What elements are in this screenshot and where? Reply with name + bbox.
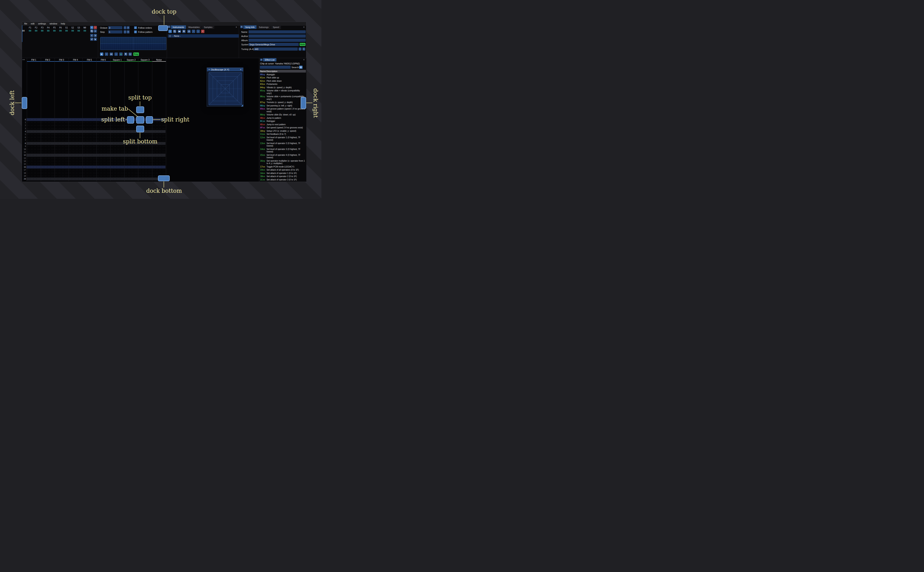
pattern-cell[interactable]: ··· ·· ·· ··· bbox=[110, 154, 124, 156]
pattern-cell[interactable]: ··· ·· ·· ··· bbox=[152, 124, 166, 126]
orders-value[interactable]: 00 bbox=[57, 30, 63, 33]
system-auto-button[interactable]: Auto bbox=[300, 43, 305, 46]
pattern-cell[interactable]: ··· ·· ·· ··· bbox=[110, 127, 124, 130]
pattern-cell[interactable]: ··· ·· ·· ··· bbox=[110, 142, 124, 145]
tab-instruments[interactable]: Instruments bbox=[171, 25, 186, 29]
orders-value[interactable]: 00 bbox=[27, 30, 33, 33]
pattern-cell[interactable]: ··· ·· ·· ··· bbox=[26, 121, 41, 124]
pattern-cell[interactable]: ··· ·· ·· ··· bbox=[68, 139, 82, 141]
pattern-cell[interactable]: ··· ·· ·· ··· bbox=[82, 169, 96, 171]
pattern-cell[interactable]: ··· ·· ·· ··· bbox=[54, 121, 68, 124]
pattern-cell[interactable]: ··· ·· ·· ··· bbox=[82, 172, 96, 174]
pattern-cell[interactable]: ··· ·· ·· ··· bbox=[41, 124, 55, 126]
pattern-cell[interactable]: ··· ·· ·· ··· bbox=[41, 131, 55, 132]
channel-header-fm-1[interactable]: FM 1 bbox=[27, 59, 41, 61]
effect-list-tab-list-button[interactable]: ▼ bbox=[260, 59, 263, 61]
order-swap-button[interactable]: ⇄ bbox=[90, 37, 93, 41]
menu-settings[interactable]: settings bbox=[38, 22, 46, 25]
split-target-bottom[interactable] bbox=[136, 126, 144, 132]
pattern-cell[interactable]: ··· ·· ·· ··· bbox=[68, 157, 82, 159]
collapse-icon[interactable]: ▼ bbox=[209, 69, 210, 70]
pattern-cell[interactable]: ··· ·· ·· ··· bbox=[152, 154, 166, 156]
pattern-cell[interactable]: ··· ·· ·· ··· bbox=[152, 151, 166, 153]
menu-edit[interactable]: edit bbox=[31, 22, 34, 25]
pattern-cell[interactable]: ··· ·· ·· ··· bbox=[124, 178, 138, 180]
pattern-cell[interactable]: ··· ·· ·· ··· bbox=[152, 157, 166, 159]
pattern-cell[interactable]: ··· ·· ·· ··· bbox=[54, 154, 68, 156]
pattern-cell[interactable]: ··· ·· ·· ··· bbox=[26, 145, 41, 148]
oscilloscope-titlebar[interactable]: ▼ Oscilloscope (X-Y) bbox=[207, 68, 243, 71]
pattern-cell[interactable]: ··· ·· ·· ··· bbox=[82, 175, 96, 177]
instrument-add-button[interactable]: + bbox=[168, 30, 172, 33]
pattern-cell[interactable]: ··· ·· ·· ··· bbox=[96, 124, 110, 126]
pattern-cell[interactable]: ··· ·· ·· ··· bbox=[26, 139, 41, 141]
edit-record-button[interactable]: ● bbox=[119, 53, 123, 56]
instrument-move-up-button[interactable]: ↑ bbox=[192, 30, 195, 33]
pattern-cell[interactable]: ··· ·· ·· ··· bbox=[82, 145, 96, 148]
pattern-cell[interactable]: ··· ·· ·· ··· bbox=[41, 139, 55, 141]
tab-wavetables[interactable]: Wavetables bbox=[187, 25, 201, 29]
pattern-cell[interactable]: ··· ·· ·· ··· bbox=[110, 124, 124, 126]
pattern-cell[interactable]: ··· ·· ·· ··· bbox=[41, 157, 55, 159]
orders-value[interactable]: 00 bbox=[51, 30, 57, 33]
pattern-cell[interactable]: ··· ·· ·· ··· bbox=[68, 127, 82, 130]
pattern-cell[interactable]: ··· ·· ·· ··· bbox=[54, 172, 68, 174]
pattern-cell[interactable]: ··· ·· ·· ··· bbox=[152, 172, 166, 174]
pattern-cell[interactable]: ··· ·· ·· ··· bbox=[68, 145, 82, 148]
pattern-cell[interactable]: ··· ·· ·· ··· bbox=[41, 121, 55, 124]
pattern-cell[interactable]: ··· ·· ·· ··· bbox=[68, 148, 82, 150]
pattern-cell[interactable]: ··· ·· ·· ··· bbox=[26, 178, 41, 180]
tab-subsongs[interactable]: Subsongs bbox=[257, 25, 271, 29]
pattern-cell[interactable]: ··· ·· ·· ··· bbox=[26, 151, 41, 153]
album-field[interactable] bbox=[249, 39, 306, 42]
pattern-cell[interactable]: ··· ·· ·· ··· bbox=[41, 163, 55, 165]
effect-menu-button[interactable] bbox=[299, 66, 302, 69]
pattern-cell[interactable]: ··· ·· ·· ··· bbox=[68, 131, 82, 132]
pattern-cell[interactable]: ··· ·· ·· ··· bbox=[26, 163, 41, 165]
channel-header-fm-5[interactable]: FM 5 bbox=[83, 59, 97, 61]
pattern-cell[interactable]: ··· ·· ·· ··· bbox=[82, 163, 96, 165]
pattern-cell[interactable]: ··· ·· ·· ··· bbox=[138, 151, 152, 153]
order-duplicate-button[interactable] bbox=[90, 30, 93, 33]
follow-orders-checkbox[interactable]: ✓ bbox=[134, 26, 137, 29]
pattern-cell[interactable]: ··· ·· ·· ··· bbox=[41, 181, 55, 181]
pattern-cell[interactable]: ··· ·· ·· ··· bbox=[82, 136, 96, 138]
pattern-cell[interactable]: ··· ·· ·· ··· bbox=[41, 169, 55, 171]
repeat-button[interactable] bbox=[128, 53, 132, 56]
pattern-cell[interactable]: ··· ·· ·· ··· bbox=[54, 134, 68, 135]
pattern-cell[interactable]: ··· ·· ·· ··· bbox=[54, 175, 68, 177]
pattern-cell[interactable]: ··· ·· ·· ··· bbox=[54, 181, 68, 181]
pattern-cell[interactable]: ··· ·· ·· ··· bbox=[26, 136, 41, 138]
pattern-cell[interactable]: ··· ·· ·· ··· bbox=[124, 160, 138, 162]
tab-song-info[interactable]: Song Info bbox=[243, 25, 257, 29]
play-pattern-button[interactable]: ○ bbox=[105, 53, 108, 56]
pattern-cell[interactable]: ··· ·· ·· ··· bbox=[110, 160, 124, 162]
orders-value[interactable]: 00 bbox=[33, 30, 39, 33]
resize-grip[interactable] bbox=[241, 104, 243, 106]
pattern-cell[interactable]: ··· ·· ·· ··· bbox=[41, 142, 55, 145]
pattern-cell[interactable]: ··· ·· ·· ··· bbox=[54, 124, 68, 126]
pattern-cell[interactable]: ··· ·· ·· ··· bbox=[68, 151, 82, 153]
pattern-cell[interactable]: ··· ·· ·· ··· bbox=[54, 118, 68, 121]
pattern-cell[interactable]: ··· ·· ·· ··· bbox=[138, 181, 152, 181]
octave-plus-button[interactable]: + bbox=[127, 26, 129, 29]
pattern-cell[interactable]: ··· ·· ·· ··· bbox=[41, 151, 55, 153]
pattern-cell[interactable]: ··· ·· ·· ··· bbox=[110, 181, 124, 181]
pattern-cell[interactable]: ··· ·· ·· ··· bbox=[124, 148, 138, 150]
tab-samples[interactable]: Samples bbox=[202, 25, 214, 29]
instrument-folders-button[interactable] bbox=[187, 30, 191, 33]
instrument-duplicate-button[interactable] bbox=[173, 30, 176, 33]
pattern-cell[interactable]: ··· ·· ·· ··· bbox=[68, 178, 82, 180]
split-target-right[interactable] bbox=[146, 116, 153, 124]
pattern-cell[interactable]: ··· ·· ·· ··· bbox=[26, 160, 41, 162]
pattern-cell[interactable]: ··· ·· ·· ··· bbox=[26, 131, 41, 132]
pattern-cell[interactable]: ··· ·· ·· ··· bbox=[96, 148, 110, 150]
pattern-cell[interactable]: ··· ·· ·· ··· bbox=[152, 131, 166, 132]
order-remove-button[interactable]: − bbox=[94, 26, 97, 29]
pattern-cell[interactable]: ··· ·· ·· ··· bbox=[26, 124, 41, 126]
pattern-cell[interactable]: ··· ·· ·· ··· bbox=[82, 154, 96, 156]
play-from-cursor-button[interactable] bbox=[110, 53, 113, 56]
pattern-cell[interactable]: ··· ·· ·· ··· bbox=[41, 166, 55, 168]
order-down-button[interactable]: ∨ bbox=[90, 34, 93, 37]
pattern-cell[interactable]: ··· ·· ·· ··· bbox=[110, 169, 124, 171]
